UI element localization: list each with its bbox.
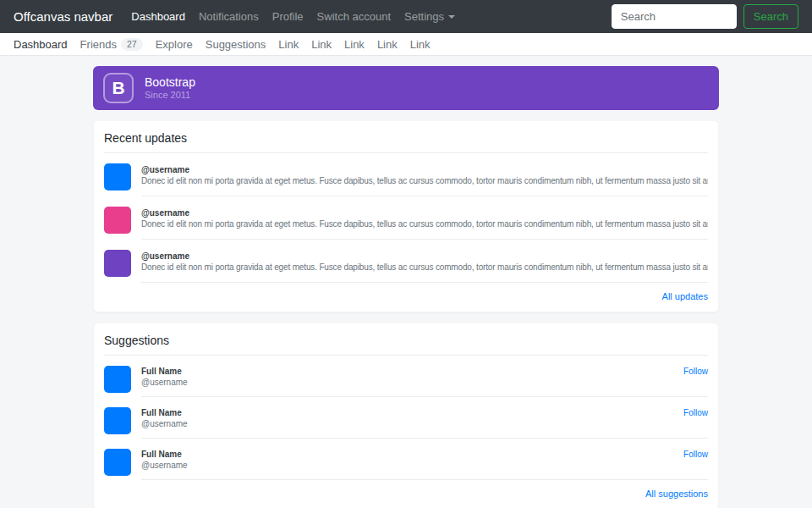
- nav-item-profile[interactable]: Profile: [266, 10, 310, 23]
- suggestion-username: @username: [141, 460, 708, 471]
- suggestion-item: Full Name Follow @username: [104, 439, 708, 480]
- recent-updates-title: Recent updates: [104, 131, 708, 153]
- subnav-item-explore[interactable]: Explore: [156, 38, 193, 51]
- update-username: @username: [141, 164, 708, 175]
- all-suggestions-link[interactable]: All suggestions: [645, 489, 708, 499]
- subnav-item-link-1[interactable]: Link: [278, 38, 299, 51]
- update-username: @username: [141, 207, 708, 218]
- suggestion-username: @username: [141, 418, 708, 429]
- avatar: [104, 407, 131, 434]
- avatar: [104, 366, 131, 393]
- suggestion-top-row: Full Name Follow: [141, 366, 708, 377]
- suggestion-username: @username: [141, 377, 708, 388]
- navbar-links: Dashboard Notifications Profile Switch a…: [124, 10, 462, 23]
- subnav-item-link-3[interactable]: Link: [344, 38, 365, 51]
- card-footer: All suggestions: [104, 480, 708, 499]
- suggestions-title: Suggestions: [104, 334, 708, 356]
- main-content: B Bootstrap Since 2011 Recent updates @u…: [93, 66, 719, 508]
- avatar: [104, 207, 131, 234]
- update-username: @username: [141, 251, 708, 262]
- top-navbar: Offcanvas navbar Dashboard Notifications…: [0, 0, 812, 33]
- update-item: @username Donec id elit non mi porta gra…: [104, 153, 708, 196]
- hero-banner: B Bootstrap Since 2011: [93, 66, 719, 110]
- navbar-brand[interactable]: Offcanvas navbar: [14, 9, 112, 24]
- follow-button[interactable]: Follow: [683, 408, 708, 417]
- card-footer: All updates: [104, 283, 708, 301]
- update-item: @username Donec id elit non mi porta gra…: [104, 196, 708, 240]
- suggestion-name: Full Name: [141, 407, 182, 418]
- update-body: @username Donec id elit non mi porta gra…: [141, 207, 708, 240]
- update-body: @username Donec id elit non mi porta gra…: [141, 250, 708, 283]
- nav-item-notifications[interactable]: Notifications: [192, 10, 266, 23]
- chevron-down-icon: [448, 15, 455, 19]
- search-input[interactable]: [612, 4, 737, 29]
- suggestion-body: Full Name Follow @username: [141, 407, 708, 439]
- nav-item-switch-account[interactable]: Switch account: [310, 10, 398, 23]
- search-form: Search: [612, 4, 798, 29]
- avatar: [104, 163, 131, 190]
- search-button[interactable]: Search: [743, 4, 798, 29]
- follow-button[interactable]: Follow: [683, 367, 708, 376]
- suggestion-name: Full Name: [141, 366, 182, 377]
- nav-item-settings-dropdown[interactable]: Settings: [398, 10, 462, 23]
- suggestion-top-row: Full Name Follow: [141, 407, 708, 418]
- subnav-item-link-2[interactable]: Link: [311, 38, 332, 51]
- update-text: Donec id elit non mi porta gravida at eg…: [141, 262, 708, 273]
- follow-button[interactable]: Follow: [683, 450, 708, 459]
- hero-title: Bootstrap: [145, 75, 195, 90]
- suggestions-card: Suggestions Full Name Follow @username F…: [93, 323, 719, 508]
- all-updates-link[interactable]: All updates: [662, 291, 708, 301]
- subnav-friends-label: Friends: [80, 38, 117, 51]
- subnav-item-link-4[interactable]: Link: [377, 38, 398, 51]
- friends-count-badge: 27: [121, 38, 143, 51]
- recent-updates-card: Recent updates @username Donec id elit n…: [93, 120, 719, 312]
- suggestion-name: Full Name: [141, 449, 182, 460]
- subnav-item-suggestions[interactable]: Suggestions: [206, 38, 266, 51]
- nav-item-settings-label: Settings: [404, 10, 444, 23]
- nav-item-dashboard[interactable]: Dashboard: [124, 10, 192, 23]
- update-text: Donec id elit non mi porta gravida at eg…: [141, 175, 708, 187]
- secondary-nav: Dashboard Friends27 Explore Suggestions …: [0, 33, 812, 56]
- suggestion-item: Full Name Follow @username: [104, 397, 708, 439]
- suggestion-body: Full Name Follow @username: [141, 449, 708, 480]
- suggestion-body: Full Name Follow @username: [141, 366, 708, 397]
- subnav-item-dashboard[interactable]: Dashboard: [14, 38, 68, 51]
- hero-subtitle: Since 2011: [145, 90, 195, 101]
- hero-text: Bootstrap Since 2011: [145, 75, 195, 101]
- suggestion-item: Full Name Follow @username: [104, 356, 708, 397]
- update-text: Donec id elit non mi porta gravida at eg…: [141, 218, 708, 230]
- subnav-item-friends[interactable]: Friends27: [80, 38, 143, 51]
- subnav-item-link-5[interactable]: Link: [410, 38, 431, 51]
- update-item: @username Donec id elit non mi porta gra…: [104, 240, 708, 283]
- bootstrap-logo-icon: B: [103, 73, 134, 103]
- avatar: [104, 250, 131, 277]
- avatar: [104, 449, 131, 476]
- update-body: @username Donec id elit non mi porta gra…: [141, 163, 708, 196]
- suggestion-top-row: Full Name Follow: [141, 449, 708, 460]
